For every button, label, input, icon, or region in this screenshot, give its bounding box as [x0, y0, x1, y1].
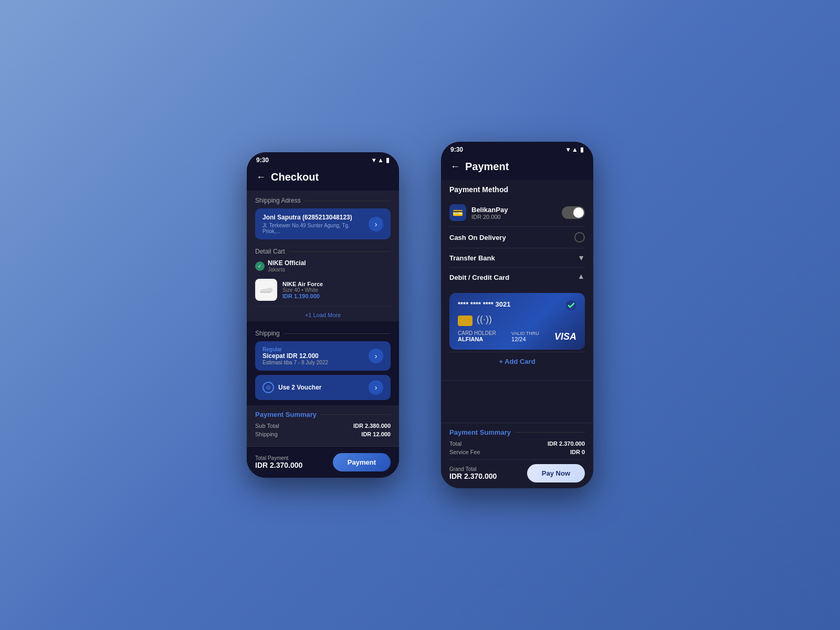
- voucher-card[interactable]: ⊛ Use 2 Voucher ›: [255, 375, 391, 400]
- transfer-name: Transfer Bank: [449, 254, 495, 262]
- shoe-svg: [257, 280, 276, 299]
- address-name: Joni Saputra (6285213048123): [262, 214, 369, 221]
- transfer-left: Transfer Bank: [449, 254, 495, 262]
- debit-dropdown-arrow[interactable]: ▼: [578, 273, 585, 281]
- shipping-address-section: Shipping Adress Joni Saputra (6285213048…: [247, 191, 399, 246]
- battery-icon: ▮: [386, 156, 390, 164]
- subtotal-value: IDR 2.380.000: [353, 423, 391, 429]
- cod-radio[interactable]: [574, 232, 585, 243]
- address-chevron[interactable]: ›: [369, 217, 383, 232]
- debit-name: Debit / Credit Card: [449, 274, 509, 281]
- signal-icon: ▲: [377, 156, 384, 164]
- card-container: **** **** **** 3021 ((·)) CARD HOLD: [449, 287, 585, 375]
- store-row: ✓ NIKE Official Jakarta: [255, 259, 391, 272]
- load-more-button[interactable]: +1 Load More: [255, 309, 391, 319]
- time-payment: 9:30: [450, 146, 463, 153]
- grand-total-label: Grand Total: [449, 466, 497, 472]
- payment-bottom-bar: Grand Total IDR 2.370.000 Pay Now: [449, 464, 585, 482]
- service-fee-label: Service Fee: [449, 449, 480, 455]
- checkout-content: Shipping Adress Joni Saputra (6285213048…: [247, 191, 399, 478]
- belikanpay-toggle[interactable]: [562, 206, 585, 219]
- belikanpay-icon: 💳: [449, 204, 466, 221]
- shipping-label: Shipping: [255, 330, 391, 337]
- cart-divider: [255, 306, 391, 307]
- summary-title: Payment Summary: [255, 411, 391, 418]
- detail-cart-section: Detail Cart ✓ NIKE Official Jakarta: [247, 246, 399, 321]
- address-card[interactable]: Joni Saputra (6285213048123) Jl. Terkewe…: [255, 208, 391, 239]
- payment-summary-section: Payment Summary Sub Total IDR 2.380.000 …: [247, 405, 399, 445]
- payment-header: ← Payment: [441, 156, 593, 180]
- grand-total-info: Grand Total IDR 2.370.000: [449, 466, 497, 480]
- card-number: **** **** **** 3021: [458, 300, 510, 308]
- belikanpay-name: BelikanPay: [471, 206, 508, 214]
- card-holder-label: CARD HOLDER: [458, 330, 496, 336]
- shipping-cost-label: Shipping: [255, 431, 278, 437]
- verified-badge: [565, 299, 578, 312]
- cash-on-delivery-option: Cash On Delivery: [449, 227, 585, 248]
- add-card-button[interactable]: + Add Card: [449, 352, 585, 371]
- belikanpay-left: 💳 BelikanPay IDR 20.000: [449, 204, 508, 221]
- voucher-icon: ⊛: [262, 382, 274, 393]
- status-icons-checkout: ▾ ▲ ▮: [372, 156, 390, 164]
- status-bar-checkout: 9:30 ▾ ▲ ▮: [247, 152, 399, 167]
- grand-total-amount: IDR 2.370.000: [449, 472, 497, 480]
- bottom-divider: [449, 459, 585, 460]
- shipping-card[interactable]: Regular Sicepat IDR 12.000 Estimasi tiba…: [255, 341, 391, 371]
- subtotal-label: Sub Total: [255, 423, 279, 429]
- status-bar-payment: 9:30 ▾ ▲ ▮: [441, 142, 593, 156]
- transfer-dropdown-arrow[interactable]: ▼: [578, 254, 585, 262]
- valid-date: 12/24: [511, 336, 539, 342]
- card-holder-name: ALFIANA: [458, 336, 496, 342]
- shipping-name: Sicepat IDR 12.000: [262, 352, 328, 360]
- transfer-bank-option: Transfer Bank ▼: [449, 248, 585, 268]
- item-spec: Size 40 • White: [282, 287, 323, 293]
- card-brand: VISA: [554, 331, 576, 342]
- store-icon: ✓: [255, 261, 265, 271]
- payment-total-row: Total IDR 2.370.000: [449, 440, 585, 447]
- shipping-info: Regular Sicepat IDR 12.000 Estimasi tiba…: [262, 346, 328, 365]
- payment-button[interactable]: Payment: [333, 453, 391, 471]
- total-amount: IDR 2.370.000: [255, 461, 302, 469]
- store-name: NIKE Official: [268, 259, 306, 267]
- belikanpay-option: 💳 BelikanPay IDR 20.000: [449, 199, 585, 227]
- shipping-eta: Estimasi tiba 7 - 8 July 2022: [262, 360, 328, 365]
- payment-bottom: Payment Summary Total IDR 2.370.000 Serv…: [441, 423, 593, 488]
- shipping-chevron[interactable]: ›: [369, 349, 383, 363]
- shipping-type: Regular: [262, 346, 328, 352]
- payment-content: Payment Method 💳 BelikanPay IDR 20.000 C: [441, 180, 593, 488]
- voucher-chevron[interactable]: ›: [369, 380, 383, 395]
- debit-credit-option: Debit / Credit Card ▼: [449, 268, 585, 287]
- item-price: IDR 1.190.000: [282, 293, 323, 299]
- voucher-left: ⊛ Use 2 Voucher: [262, 382, 321, 393]
- belikanpay-info: BelikanPay IDR 20.000: [471, 206, 508, 220]
- pay-now-button[interactable]: Pay Now: [527, 464, 585, 482]
- service-fee-value: IDR 0: [570, 449, 585, 455]
- card-holder-section: CARD HOLDER ALFIANA: [458, 330, 496, 342]
- debit-left: Debit / Credit Card: [449, 274, 509, 281]
- payment-phone: 9:30 ▾ ▲ ▮ ← Payment Payment Method 💳 Be…: [441, 142, 593, 488]
- card-bottom: CARD HOLDER ALFIANA VALID THRU 12/24 VIS…: [458, 330, 576, 342]
- checkout-bottom-bar: Total Payment IDR 2.370.000 Payment: [247, 446, 399, 478]
- store-info: NIKE Official Jakarta: [268, 259, 306, 272]
- shipping-cost-value: IDR 12.000: [361, 431, 391, 437]
- back-button-payment[interactable]: ←: [450, 161, 460, 172]
- card-wifi-icon: ((·)): [477, 314, 492, 325]
- item-name: NIKE Air Force: [282, 281, 323, 287]
- shipping-section: Shipping Regular Sicepat IDR 12.000 Esti…: [247, 324, 399, 405]
- cart-item: NIKE Air Force Size 40 • White IDR 1.190…: [255, 276, 391, 304]
- credit-card: **** **** **** 3021 ((·)) CARD HOLD: [449, 293, 585, 350]
- wifi-icon-2: ▾: [566, 146, 570, 153]
- service-fee-row: Service Fee IDR 0: [449, 449, 585, 455]
- wifi-icon: ▾: [372, 156, 375, 164]
- item-image: [255, 279, 277, 301]
- battery-icon-2: ▮: [580, 146, 584, 153]
- store-location: Jakarta: [268, 267, 306, 272]
- signal-icon-2: ▲: [572, 146, 578, 153]
- payment-method-title: Payment Method: [449, 185, 585, 194]
- back-button-checkout[interactable]: ←: [256, 172, 266, 183]
- voucher-text: Use 2 Voucher: [278, 384, 321, 391]
- cod-left: Cash On Delivery: [449, 234, 506, 242]
- subtotal-row: Sub Total IDR 2.380.000: [255, 423, 391, 429]
- total-label: Total Payment: [255, 455, 302, 461]
- payment-total-value: IDR 2.370.000: [548, 440, 585, 447]
